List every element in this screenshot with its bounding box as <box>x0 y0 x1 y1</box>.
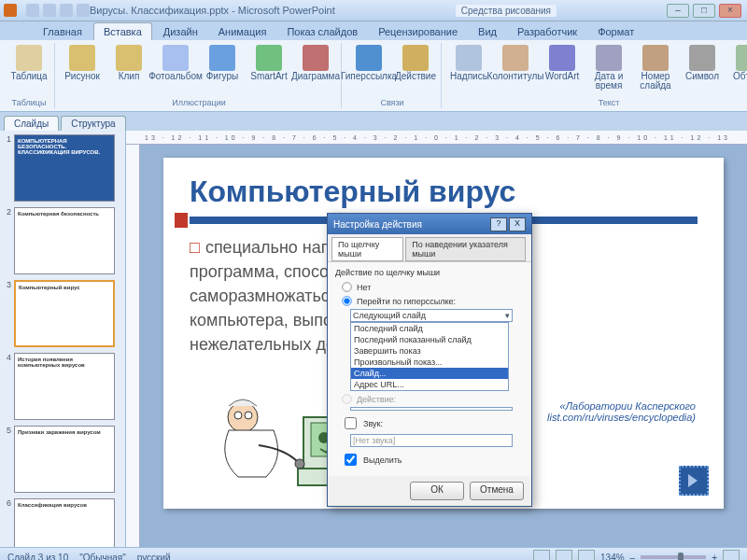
ribbon-символ[interactable]: Символ <box>681 43 724 83</box>
ruler-horizontal: 13 · 12 · 11 · 10 · 9 · 8 · 7 · 6 · 5 · … <box>126 131 747 145</box>
pane-tab-outline[interactable]: Структура <box>61 116 125 131</box>
maximize-button[interactable]: □ <box>693 4 715 18</box>
radio-none[interactable]: Нет <box>341 281 524 293</box>
dialog-help-button[interactable]: ? <box>490 217 507 231</box>
ribbon-tab-4[interactable]: Показ слайдов <box>277 23 367 40</box>
zoom-out-button[interactable]: – <box>630 553 636 561</box>
sound-checkbox[interactable]: Звук: <box>341 414 524 432</box>
action-button-next[interactable] <box>679 466 709 496</box>
ribbon-фотоальбом[interactable]: Фотоальбом <box>154 43 197 83</box>
quick-access-toolbar[interactable] <box>22 2 90 19</box>
thumbnail-4[interactable]: 4История появления компьютерных вирусов <box>2 353 123 420</box>
ribbon-номер слайда[interactable]: Номер слайда <box>634 43 677 92</box>
thumbnail-5[interactable]: 5Признаки заражения вирусом <box>2 426 123 493</box>
action-select <box>350 407 513 411</box>
contextual-tab-label: Средства рисования <box>456 5 557 17</box>
svg-point-7 <box>245 412 252 419</box>
slide-pane-tabs: Слайды Структура <box>0 112 747 131</box>
dialog-titlebar[interactable]: Настройка действия ? X <box>328 214 531 234</box>
close-button[interactable]: × <box>719 4 741 18</box>
slide-title[interactable]: Компьютерный вирус <box>190 175 698 209</box>
normal-view-button[interactable] <box>533 550 550 560</box>
list-item[interactable]: Завершить показ <box>351 345 508 357</box>
ribbon-tab-3[interactable]: Анимация <box>209 23 276 40</box>
ribbon-tab-7[interactable]: Разработчик <box>508 23 586 40</box>
sorter-view-button[interactable] <box>556 550 572 560</box>
ribbon-гиперссылка[interactable]: Гиперссылка <box>347 43 390 83</box>
ribbon-tab-8[interactable]: Формат <box>588 23 643 40</box>
ribbon-надпись[interactable]: Надпись <box>447 43 490 83</box>
ribbon-фигуры[interactable]: Фигуры <box>201 43 244 83</box>
svg-point-8 <box>295 459 304 469</box>
minimize-button[interactable]: – <box>667 4 689 18</box>
list-item[interactable]: Слайд... <box>351 368 508 379</box>
language-indicator[interactable]: русский <box>137 553 171 561</box>
list-item[interactable]: Произвольный показ... <box>351 357 508 368</box>
ribbon-smartart[interactable]: SmartArt <box>247 43 290 83</box>
radio-action: Действие: <box>341 393 524 405</box>
thumbnail-1[interactable]: 1КОМПЬЮТЕРНАЯ БЕЗОПАСНОСТЬ. КЛАССИФИКАЦИ… <box>2 134 123 202</box>
action-group-label: Действие по щелчку мыши <box>335 268 524 277</box>
cancel-button[interactable]: Отмена <box>470 482 524 500</box>
ribbon-дата и время[interactable]: Дата и время <box>587 43 630 92</box>
pane-tab-slides[interactable]: Слайды <box>4 116 59 131</box>
ribbon-tab-6[interactable]: Вид <box>469 23 506 40</box>
zoom-slider[interactable] <box>641 555 706 559</box>
highlight-checkbox[interactable]: Выделить <box>341 451 524 469</box>
status-bar: Слайд 3 из 10 "Обычная" русский 134% – + <box>0 547 747 560</box>
slideshow-view-button[interactable] <box>578 550 595 560</box>
dialog-tab-click[interactable]: По щелчку мыши <box>331 237 403 261</box>
ribbon-tab-5[interactable]: Рецензирование <box>369 23 467 40</box>
title-bar: Вирусы. Классификация.pptx - Microsoft P… <box>0 0 747 21</box>
dialog-tab-hover[interactable]: По наведении указателя мыши <box>405 237 526 261</box>
list-item[interactable]: Последний слайд <box>351 323 508 334</box>
ribbon-tabs: ГлавнаяВставкаДизайнАнимацияПоказ слайдо… <box>0 21 747 40</box>
ribbon-рисунок[interactable]: Рисунок <box>61 43 104 83</box>
citation: «Лаборатории Касперскогоlist.com/ru/viru… <box>547 400 696 423</box>
thumbnail-3[interactable]: 3Компьютерный вирус <box>2 280 123 347</box>
svg-point-5 <box>228 402 258 432</box>
thumbnail-2[interactable]: 2Компьютерная безопасность <box>2 207 123 274</box>
ok-button[interactable]: ОК <box>410 482 464 500</box>
thumbnail-panel[interactable]: 1КОМПЬЮТЕРНАЯ БЕЗОПАСНОСТЬ. КЛАССИФИКАЦИ… <box>0 131 126 547</box>
ribbon-действие[interactable]: Действие <box>394 43 437 83</box>
ribbon-таблица[interactable]: Таблица <box>7 43 50 83</box>
theme-name: "Обычная" <box>79 553 126 561</box>
app-icon <box>4 4 17 17</box>
dialog-close-button[interactable]: X <box>509 217 526 231</box>
zoom-in-button[interactable]: + <box>712 553 717 561</box>
ribbon: ТаблицаТаблицыРисунокКлипФотоальбомФигур… <box>0 40 747 112</box>
zoom-level[interactable]: 134% <box>600 553 625 561</box>
ribbon-колонтитулы[interactable]: Колонтитулы <box>494 43 537 83</box>
ribbon-tab-2[interactable]: Дизайн <box>154 23 207 40</box>
dialog-title: Настройка действия <box>333 219 422 230</box>
ribbon-tab-1[interactable]: Вставка <box>93 22 152 40</box>
ribbon-клип[interactable]: Клип <box>107 43 150 83</box>
ruler-vertical <box>126 145 140 547</box>
hyperlink-dropdown-list[interactable]: Последний слайдПоследний показанный слай… <box>350 322 509 391</box>
fit-button[interactable] <box>723 550 740 560</box>
slide-counter: Слайд 3 из 10 <box>7 553 68 561</box>
document-title: Вирусы. Классификация.pptx - Microsoft P… <box>90 5 335 16</box>
hyperlink-select[interactable]: Следующий слайд▾ <box>350 309 513 322</box>
sound-select: [Нет звука] <box>350 434 513 447</box>
ribbon-tab-0[interactable]: Главная <box>34 23 92 40</box>
ribbon-объект[interactable]: Объект <box>727 43 747 83</box>
action-settings-dialog: Настройка действия ? X По щелчку мыши По… <box>327 213 532 507</box>
ribbon-диаграмма[interactable]: Диаграмма <box>294 43 337 83</box>
radio-hyperlink[interactable]: Перейти по гиперссылке: <box>341 295 524 307</box>
thumbnail-6[interactable]: 6Классификация вирусов <box>2 498 123 547</box>
svg-point-6 <box>234 412 242 419</box>
list-item[interactable]: Адрес URL... <box>351 379 508 390</box>
list-item[interactable]: Последний показанный слайд <box>351 334 508 345</box>
ribbon-wordart[interactable]: WordArt <box>541 43 584 83</box>
